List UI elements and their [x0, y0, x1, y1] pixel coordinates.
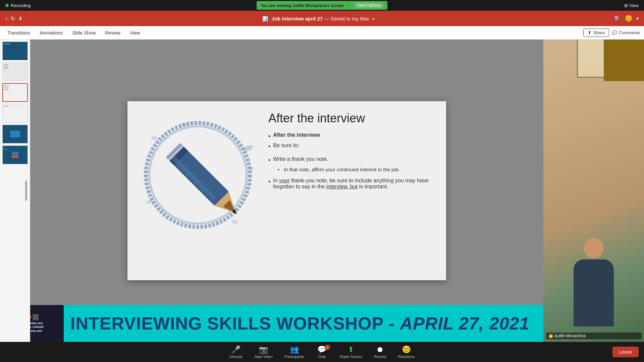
expand-icon[interactable]: ▾ [636, 16, 639, 21]
share-screen-label: Share Screen [339, 355, 362, 359]
slide-thumb-1[interactable]: and skills... [2, 42, 28, 60]
sub-bullet-1: • In that note, affirm your continued in… [278, 167, 439, 172]
record-button[interactable]: ⏺ Record [368, 343, 392, 361]
view-options-button[interactable]: View Options [355, 2, 383, 8]
svg-point-4 [151, 136, 158, 140]
start-video-btn-wrap: 📷 Start Video [249, 343, 279, 361]
slide-thumb-2[interactable]: looking... at home... prepare... [2, 62, 28, 81]
menu-right-actions: ⬆ Share 💬 Comments [583, 28, 644, 37]
slide-content: After the interview • After the intervie… [127, 101, 446, 280]
scroll-handle[interactable] [25, 181, 27, 201]
comments-button[interactable]: 💬 Comments [612, 30, 640, 35]
bottom-banner: BERKSHIRE 2021 VIRTUAL CAREER WEEK 4/26-… [0, 305, 543, 342]
reactions-label: Reactions [398, 355, 415, 359]
share-screen-button[interactable]: ⬆ Share Screen [333, 343, 368, 361]
screen-share-banner: You are viewing Judith Monachina's scree… [257, 1, 388, 10]
chevron-down-icon[interactable]: ▾ [372, 17, 374, 21]
bullet-dot-2: • [268, 143, 270, 150]
top-right-view: ⊞ View [624, 3, 639, 8]
unmute-button[interactable]: 🎤 Unmute [223, 343, 249, 361]
menu-review[interactable]: Review [100, 28, 125, 38]
view-label: View [629, 3, 639, 8]
video-name-bar: 📶 Judith Monachina [546, 333, 641, 339]
start-video-button[interactable]: 📷 Start Video [249, 343, 279, 361]
green-dot: ✓ [346, 3, 352, 8]
slide-thumb-5[interactable] [2, 125, 28, 143]
reactions-button[interactable]: 😊 Reactions [392, 343, 421, 361]
banner-date: APRIL 27, 2021 [400, 314, 529, 333]
ppt-title: 📊 Job interview april 27 — Saved to my M… [22, 16, 614, 21]
slide-thumb-3[interactable]: different at home, prepare... [2, 83, 28, 102]
video-panel: 📶 Judith Monachina [543, 11, 644, 342]
refresh-icon[interactable]: ↻ [11, 15, 15, 22]
svg-point-2 [243, 144, 254, 152]
unmute-label: Unmute [229, 355, 243, 359]
start-video-label: Start Video [255, 355, 273, 359]
record-icon: ⏺ [376, 345, 384, 354]
participants-icon: 👥 [290, 345, 299, 354]
bullet-3: • Write a thank you note. [268, 156, 439, 164]
record-label: Record [374, 355, 386, 359]
bullet-dot-3: • [268, 157, 270, 164]
leave-button[interactable]: Leave [612, 347, 639, 357]
ppt-saved-text: — Saved to my Mac [324, 16, 369, 21]
comment-icon: 💬 [612, 30, 617, 35]
person-body [574, 259, 614, 326]
svg-point-6 [231, 219, 239, 225]
banner-dash: - [389, 314, 400, 333]
bullet-2: • Be sure to: [268, 142, 439, 150]
ppt-filename: Job interview april 27 [272, 16, 323, 21]
video-background [543, 11, 644, 342]
participant-name: Judith Monachina [554, 334, 586, 338]
video-feed: 📶 Judith Monachina [543, 11, 644, 342]
logo-laptop [33, 314, 39, 320]
share-button[interactable]: ⬆ Share [583, 28, 609, 37]
bullet-1: • After the interview [268, 132, 439, 140]
reactions-icon: 😊 [402, 345, 411, 354]
microphone-icon: 🎤 [231, 345, 240, 354]
menu-transitions[interactable]: Transitions [3, 28, 35, 38]
quick-access-icon[interactable]: ⬇ [18, 16, 22, 21]
screen-share-text: You are viewing Judith Monachina's scree… [261, 3, 344, 8]
bullet-dot-4: • [268, 178, 270, 185]
underline-your: your [279, 178, 289, 183]
zoom-toolbar: 🎤 Unmute 📷 Start Video 👥 Participants 💬 … [0, 342, 644, 362]
search-icon[interactable]: 🔍 [614, 15, 621, 22]
ppt-titlebar: ‹ ↻ ⬇ 📊 Job interview april 27 — Saved t… [0, 11, 644, 26]
svg-point-7 [182, 123, 187, 126]
pencil-graphic [134, 108, 262, 235]
participants-btn-wrap: 👥 Participants [279, 343, 310, 361]
chat-button[interactable]: 💬 Chat [310, 343, 333, 361]
underline-interview: interview, but [326, 184, 358, 189]
slide-thumb-4[interactable]: present? [2, 104, 28, 123]
camera-icon: 📷 [259, 345, 268, 354]
sub-bullet-text: In that note, affirm your continued inte… [284, 167, 400, 172]
signal-icon: 📶 [549, 334, 553, 338]
participants-button[interactable]: 👥 Participants [279, 343, 310, 361]
ppt-menubar: Transitions Animations Slide Show Review… [0, 26, 644, 40]
bullet-text-4: In your thank-you note, be sure to inclu… [273, 178, 439, 190]
slide-panel: and skills... looking... at home... prep… [0, 40, 30, 342]
user-icon[interactable]: 😊 [625, 15, 632, 22]
main-slide-area: After the interview • After the intervie… [30, 40, 543, 342]
bullet-text-2: Be sure to: [273, 142, 299, 148]
view-icon: ⊞ [624, 3, 628, 8]
slide-text-area: After the interview • After the intervie… [268, 111, 439, 277]
bullet-text-3: Write a thank you note. [273, 156, 328, 162]
chevron-left-icon[interactable]: ‹ [5, 15, 7, 22]
slide-thumb-6[interactable]: notsimple... [2, 145, 28, 164]
menu-view[interactable]: View [125, 28, 145, 38]
file-icon: 📊 [262, 16, 268, 21]
menu-animations[interactable]: Animations [35, 28, 67, 38]
menu-slideshow[interactable]: Slide Show [67, 28, 100, 38]
ppt-right-tools: 🔍 😊 ▾ [614, 15, 639, 22]
banner-workshop-text: INTERVIEWING SKILLS WORKSHOP [70, 314, 383, 333]
slide-heading: After the interview [268, 111, 439, 125]
ppt-window-controls: ‹ ↻ ⬇ [5, 15, 22, 22]
person-head [584, 238, 604, 258]
recording-indicator: Recording [5, 3, 31, 8]
chat-btn-wrap: 💬 Chat 2 [310, 343, 333, 361]
video-person [567, 238, 621, 332]
bullet-text-1: After the interview [273, 132, 320, 138]
sub-bullet-dot: • [278, 167, 282, 172]
